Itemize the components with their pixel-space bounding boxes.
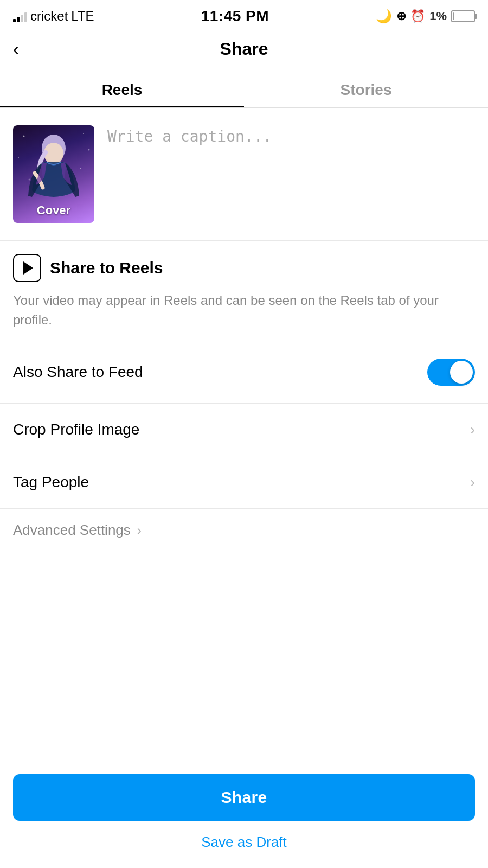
- advanced-settings-label: Advanced Settings: [13, 522, 131, 539]
- tag-people-label: Tag People: [13, 474, 89, 491]
- location-icon: ⊕: [396, 9, 406, 23]
- cover-thumbnail[interactable]: Cover: [13, 125, 94, 223]
- back-button[interactable]: ‹: [13, 39, 19, 59]
- reels-description: Your video may appear in Reels and can b…: [13, 291, 475, 330]
- bottom-section: Share Save as Draft: [0, 763, 488, 868]
- alarm-icon: ⏰: [410, 9, 425, 23]
- reels-icon: [13, 254, 41, 282]
- battery-percent: 1%: [429, 9, 447, 23]
- reels-header: Share to Reels: [13, 254, 475, 282]
- svg-point-4: [80, 168, 81, 169]
- toggle-knob: [450, 361, 473, 384]
- status-time: 11:45 PM: [201, 8, 269, 25]
- tag-people-row[interactable]: Tag People ›: [0, 456, 488, 508]
- caption-input[interactable]: [107, 125, 475, 169]
- play-icon: [23, 261, 33, 275]
- svg-point-0: [23, 136, 25, 137]
- tag-people-chevron: ›: [470, 474, 475, 491]
- tab-stories[interactable]: Stories: [244, 68, 488, 107]
- svg-point-5: [29, 179, 30, 181]
- status-right: 🌙 ⊕ ⏰ 1%: [376, 9, 475, 24]
- reels-title: Share to Reels: [50, 259, 163, 277]
- status-bar: cricket LTE 11:45 PM 🌙 ⊕ ⏰ 1%: [0, 0, 488, 30]
- tab-reels[interactable]: Reels: [0, 68, 244, 107]
- carrier-label: cricket: [30, 9, 68, 24]
- page-title: Share: [220, 39, 268, 59]
- cover-label: Cover: [13, 203, 94, 218]
- battery-icon: [451, 10, 475, 22]
- crop-profile-chevron: ›: [470, 421, 475, 438]
- save-draft-button[interactable]: Save as Draft: [13, 825, 475, 859]
- share-to-feed-row[interactable]: Also Share to Feed: [0, 341, 488, 403]
- advanced-settings-chevron: ›: [137, 523, 142, 538]
- advanced-settings-row[interactable]: Advanced Settings ›: [0, 509, 488, 552]
- svg-point-1: [83, 133, 84, 134]
- signal-bars: [13, 10, 27, 22]
- status-left: cricket LTE: [13, 9, 94, 24]
- crop-profile-row[interactable]: Crop Profile Image ›: [0, 404, 488, 456]
- reels-section: Share to Reels Your video may appear in …: [0, 241, 488, 341]
- svg-point-3: [18, 157, 19, 158]
- moon-icon: 🌙: [376, 9, 392, 24]
- svg-point-2: [88, 149, 90, 151]
- share-button[interactable]: Share: [13, 774, 475, 821]
- header: ‹ Share: [0, 30, 488, 68]
- share-to-feed-label: Also Share to Feed: [13, 363, 143, 381]
- network-label: LTE: [71, 9, 94, 24]
- caption-area: Cover: [0, 108, 488, 240]
- tabs: Reels Stories: [0, 68, 488, 108]
- share-to-feed-toggle[interactable]: [427, 359, 475, 386]
- crop-profile-label: Crop Profile Image: [13, 421, 139, 438]
